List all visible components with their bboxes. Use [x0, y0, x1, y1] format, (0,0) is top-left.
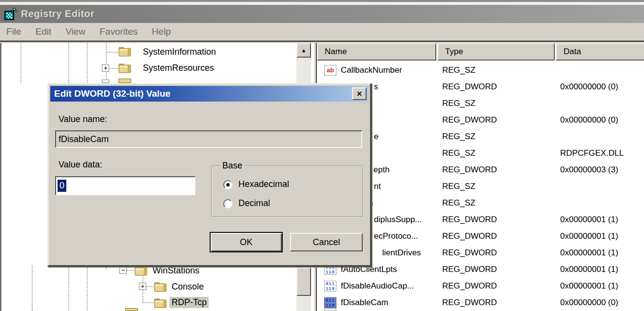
dword-glyph: 110 — [326, 303, 335, 308]
dialog-title-bar[interactable]: Edit DWORD (32-bit) Value — [50, 86, 369, 102]
table-row-selected[interactable]: 011110 fDisableCam REG_DWORD 0x00000000 … — [317, 295, 644, 310]
value-type: REG_DWORD — [442, 229, 497, 244]
value-type: REG_SZ — [442, 129, 475, 144]
menu-edit[interactable]: Edit — [36, 26, 52, 37]
value-name: CallbackNumber — [341, 63, 402, 78]
scroll-up-button[interactable]: ▲ — [296, 43, 311, 58]
value-data: 0x00000001 (1) — [560, 279, 618, 293]
dword-glyph: 011 — [326, 282, 335, 287]
folder-icon — [154, 281, 167, 292]
folder-icon — [154, 297, 167, 308]
value-name-fragment: lientDrives — [382, 246, 421, 260]
value-type: REG_DWORD — [442, 279, 497, 293]
partial-row-icon — [324, 309, 336, 311]
value-data: 0x00000000 (0) — [560, 80, 618, 94]
dword-glyph: 110 — [326, 270, 335, 275]
value-data: 0x00000000 (0) — [560, 113, 618, 127]
scrollbar-thumb[interactable] — [296, 268, 311, 296]
expand-plus-icon[interactable]: + — [102, 64, 109, 72]
ok-button[interactable]: OK — [210, 232, 283, 252]
value-name-fragment: s — [374, 80, 378, 94]
dword-glyph: 011 — [326, 298, 335, 303]
value-name-fragment: ecProtoco... — [374, 229, 418, 244]
hexadecimal-radio-label[interactable]: Hexadecimal — [238, 179, 289, 189]
base-groupbox: Base Hexadecimal Decimal — [211, 166, 363, 217]
selected-value-text: 0 — [58, 180, 66, 192]
menu-favorites[interactable]: Favorites — [99, 26, 137, 37]
tree-connector — [107, 52, 119, 53]
menu-view[interactable]: View — [65, 26, 85, 37]
partial-folder-icon — [125, 308, 138, 311]
reg-dword-icon-selected: 011110 — [324, 297, 336, 308]
value-name-text: fDisableCam — [59, 134, 109, 144]
column-header-type[interactable]: Type — [437, 43, 555, 61]
value-name-fragment: e — [374, 129, 378, 144]
value-type: REG_DWORD — [442, 113, 497, 127]
value-type: REG_DWORD — [442, 262, 497, 277]
partial-expander — [102, 80, 109, 83]
column-header-name[interactable]: Name — [317, 43, 436, 61]
value-data: RDPCFGEX.DLL — [560, 146, 624, 161]
radio-dot — [226, 183, 230, 187]
value-data-input[interactable]: 0 — [55, 176, 195, 195]
value-name: fDisableCam — [341, 295, 388, 310]
partial-folder-icon — [118, 79, 131, 83]
value-data: 0x00000001 (1) — [560, 262, 618, 277]
column-header-data[interactable]: Data — [556, 43, 644, 61]
value-type: REG_SZ — [442, 196, 475, 210]
window-title: Registry Editor — [21, 8, 95, 20]
close-icon: ✕ — [356, 90, 362, 98]
collapse-minus-icon[interactable]: − — [119, 267, 127, 274]
value-data: 0x00000003 (3) — [560, 163, 618, 177]
tree-guide — [20, 43, 21, 83]
value-type: REG_DWORD — [442, 163, 497, 177]
tree-item-label-selected: RDP-Tcp — [170, 297, 209, 308]
base-groupbox-label: Base — [220, 161, 245, 171]
registry-editor-icon — [3, 7, 18, 21]
value-type: REG_SZ — [442, 179, 475, 194]
tree-item-label: WinStations — [153, 266, 199, 276]
menu-bar: File Edit View Favorites Help — [0, 23, 644, 42]
reg-sz-icon: ab — [324, 65, 336, 76]
decimal-radio-label[interactable]: Decimal — [238, 198, 270, 208]
registry-editor-window: Registry Editor File Edit View Favorites… — [0, 0, 644, 311]
close-button[interactable]: ✕ — [352, 87, 367, 100]
value-name-fragment: nt — [374, 179, 381, 194]
title-bar[interactable]: Registry Editor — [0, 5, 644, 23]
tree-connector — [147, 286, 155, 287]
value-data: 0x00000001 (1) — [560, 212, 618, 227]
value-name-label: Value name: — [59, 114, 107, 124]
tree-item-label: SystemResources — [143, 63, 214, 73]
value-name-fragment: diplusSupp... — [374, 212, 422, 227]
table-row[interactable]: 011110 fDisableAudioCap... REG_DWORD 0x0… — [317, 279, 644, 293]
value-name: fDisableAudioCap... — [341, 279, 414, 293]
value-type: REG_SZ — [442, 146, 475, 161]
value-data: 0x00000001 (1) — [560, 229, 618, 244]
value-type: REG_SZ — [442, 96, 475, 111]
table-row[interactable]: ab CallbackNumber REG_SZ — [317, 63, 644, 78]
menu-file[interactable]: File — [6, 26, 21, 37]
folder-icon — [118, 62, 131, 73]
value-name-fragment: epth — [373, 163, 390, 177]
scroll-up-icon: ▲ — [301, 47, 307, 53]
tree-connector — [127, 270, 135, 271]
value-name-field[interactable]: fDisableCam — [55, 130, 362, 148]
expand-plus-icon[interactable]: + — [139, 283, 146, 290]
reg-dword-icon: 011110 — [324, 281, 336, 291]
tree-connector — [143, 302, 155, 303]
tree-item-label: Console — [172, 282, 204, 292]
value-data: 0x00000001 (1) — [560, 246, 618, 260]
value-data-label: Value data: — [59, 160, 102, 170]
hexadecimal-radio[interactable] — [223, 180, 233, 189]
dialog-title: Edit DWORD (32-bit) Value — [54, 88, 171, 99]
tree-item-label: SystemInformation — [143, 47, 216, 57]
value-type: REG_SZ — [442, 63, 475, 78]
value-type: REG_DWORD — [442, 295, 497, 310]
tree-connector — [110, 68, 119, 69]
menu-help[interactable]: Help — [152, 26, 171, 37]
folder-icon — [135, 265, 147, 276]
value-type: REG_DWORD — [442, 212, 497, 227]
tree-guide — [32, 265, 33, 311]
cancel-button[interactable]: Cancel — [290, 233, 363, 251]
decimal-radio[interactable] — [223, 199, 233, 208]
